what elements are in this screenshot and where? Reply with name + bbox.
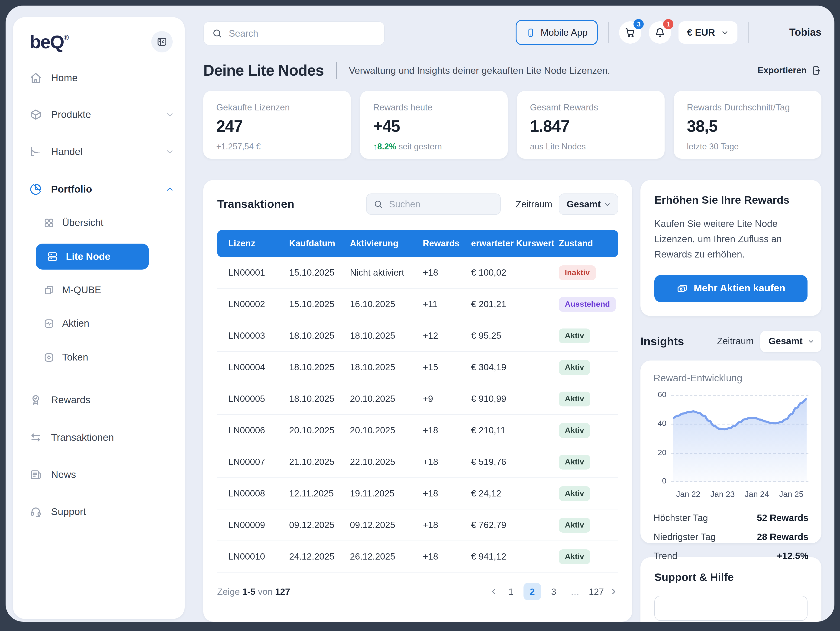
cell-kurswert: € 100,02 xyxy=(471,267,559,278)
currency-select[interactable]: € EUR xyxy=(679,21,737,44)
sidebar-item-label: Home xyxy=(51,72,78,84)
cell-lizenz: LN00004 xyxy=(228,362,289,372)
table-row[interactable]: LN00006 20.10.2025 20.10.2025 +18 € 210,… xyxy=(217,415,618,446)
sidebar-item-home[interactable]: Home xyxy=(27,67,175,89)
cell-kurswert: € 519,76 xyxy=(471,457,559,467)
token-diamond-icon xyxy=(44,352,54,363)
mobile-app-button[interactable]: Mobile App xyxy=(516,20,598,45)
insights-title: Insights xyxy=(640,335,684,348)
sidebar-item-aktien[interactable]: Aktien xyxy=(44,312,175,334)
stat-card-gekaufte-lizenzen: Gekaufte Lizenzen 247 +1.257,54 € xyxy=(203,91,351,159)
stat-value: +45 xyxy=(373,117,495,136)
chevron-down-icon xyxy=(603,200,611,208)
transactions-search-input[interactable] xyxy=(388,198,483,210)
page-button-1[interactable]: 1 xyxy=(502,583,520,600)
sidebar-item-portfolio[interactable]: Portfolio xyxy=(27,178,175,200)
transactions-card: Transaktionen Zeitraum Gesamt Lizenz Kau… xyxy=(203,180,632,622)
stat-sub: +1.257,54 € xyxy=(216,142,338,152)
stat-sub: letzte 30 Tage xyxy=(687,142,808,152)
avatar[interactable] xyxy=(759,21,782,44)
cell-kaufdatum: 18.10.2025 xyxy=(289,362,350,372)
next-page-button[interactable] xyxy=(609,587,618,596)
cell-kaufdatum: 12.11.2025 xyxy=(289,488,350,499)
cell-aktivierung: 22.10.2025 xyxy=(350,457,423,467)
sidebar-item-produkte[interactable]: Produkte xyxy=(27,104,175,126)
table-row[interactable]: LN00003 18.10.2025 18.10.2025 +12 € 95,2… xyxy=(217,320,618,352)
sidebar-item-lite-node-active[interactable]: Lite Node xyxy=(36,244,149,270)
cell-lizenz: LN00003 xyxy=(228,330,289,341)
cell-kurswert: € 210,11 xyxy=(471,425,559,436)
stat-label: Gesamt Rewards xyxy=(530,103,652,113)
search-input[interactable] xyxy=(228,28,369,39)
sidebar-item-support[interactable]: Support xyxy=(27,501,175,523)
notifications-badge: 1 xyxy=(663,19,674,29)
search-icon xyxy=(374,199,383,209)
cell-kaufdatum: 24.12.2025 xyxy=(289,551,350,562)
table-row[interactable]: LN00010 24.12.2025 26.12.2025 +18 € 941,… xyxy=(217,541,618,573)
sidebar-item-handel[interactable]: Handel xyxy=(27,140,175,163)
page-button-3[interactable]: 3 xyxy=(545,583,562,600)
sidebar-collapse-button[interactable] xyxy=(151,31,173,52)
status-badge: Aktiv xyxy=(559,549,590,564)
table-row[interactable]: LN00005 18.10.2025 20.10.2025 +9 € 910,9… xyxy=(217,383,618,415)
buy-more-button[interactable]: Mehr Aktien kaufen xyxy=(654,275,807,302)
brand-logo: beQ® xyxy=(30,33,69,51)
sidebar-item-label: Lite Node xyxy=(66,251,110,262)
stat-value: 247 xyxy=(216,117,338,136)
divider xyxy=(608,22,609,43)
chevron-down-icon xyxy=(720,28,729,37)
table-row[interactable]: LN00008 12.11.2025 19.11.2025 +18 € 24,1… xyxy=(217,478,618,510)
chevron-down-icon xyxy=(165,110,175,119)
table-row[interactable]: LN00001 15.10.2025 Nicht aktiviert +18 €… xyxy=(217,257,618,289)
pagination-summary: Zeige 1-5 von 127 xyxy=(217,586,290,597)
stat-sub: ↑8.2% seit gestern xyxy=(373,142,495,152)
transactions-search[interactable] xyxy=(366,194,501,215)
table-row[interactable]: LN00007 21.10.2025 22.10.2025 +18 € 519,… xyxy=(217,446,618,478)
column-header: Zustand xyxy=(559,238,607,249)
cell-kurswert: € 201,21 xyxy=(471,299,559,309)
trend-up-value: ↑8.2% xyxy=(373,142,396,151)
status-badge: Inaktiv xyxy=(559,265,596,280)
column-header: erwarteter Kurswert xyxy=(471,238,559,249)
buy-more-label: Mehr Aktien kaufen xyxy=(693,282,785,294)
cell-aktivierung: 20.10.2025 xyxy=(350,425,423,436)
prev-page-button[interactable] xyxy=(489,587,499,596)
bell-icon xyxy=(655,27,666,38)
sidebar-item-label: M-QUBE xyxy=(62,284,101,295)
page-button-2-active[interactable]: 2 xyxy=(524,583,541,600)
table-row[interactable]: LN00002 15.10.2025 16.10.2025 +11 € 201,… xyxy=(217,289,618,320)
export-button[interactable]: Exportieren xyxy=(758,65,821,76)
status-badge: Aktiv xyxy=(559,454,590,469)
swap-arrows-icon xyxy=(30,432,42,443)
activity-icon xyxy=(44,318,54,329)
cell-aktivierung: 26.12.2025 xyxy=(350,551,423,562)
zeitraum-select[interactable]: Gesamt xyxy=(559,194,618,215)
sidebar-item-news[interactable]: News xyxy=(27,464,175,486)
cell-aktivierung: 09.12.2025 xyxy=(350,520,423,530)
user-name: Tobias xyxy=(789,27,821,38)
status-badge: Ausstehend xyxy=(559,297,616,312)
table-row[interactable]: LN00004 18.10.2025 18.10.2025 +15 € 304,… xyxy=(217,352,618,383)
sidebar-item-label: Rewards xyxy=(51,394,90,406)
notifications-button[interactable]: 1 xyxy=(649,21,671,44)
cell-lizenz: LN00001 xyxy=(228,267,289,278)
chart-stat-niedrigster-tag: Niedrigster Tag 28 Rewards xyxy=(654,527,808,546)
sidebar-item-uebersicht[interactable]: Übersicht xyxy=(44,211,175,234)
global-search[interactable] xyxy=(203,21,385,46)
stat-card-rewards-heute: Rewards heute +45 ↑8.2% seit gestern xyxy=(360,91,508,159)
cell-kaufdatum: 21.10.2025 xyxy=(289,457,350,467)
table-row[interactable]: LN00009 09.12.2025 09.12.2025 +18 € 762,… xyxy=(217,510,618,541)
sidebar-item-token[interactable]: Token xyxy=(44,346,175,368)
sidebar-item-rewards[interactable]: Rewards xyxy=(27,389,175,411)
insights-zeitraum-select[interactable]: Gesamt xyxy=(760,331,821,352)
page-button-127[interactable]: 127 xyxy=(587,583,605,600)
sidebar-item-m-qube[interactable]: M-QUBE xyxy=(44,279,175,301)
file-export-icon xyxy=(811,65,821,76)
cell-lizenz: LN00006 xyxy=(228,425,289,436)
trade-chart-icon xyxy=(30,146,42,158)
sidebar: beQ® Home Produkte Handel Portfolio Übe xyxy=(13,17,185,619)
support-input[interactable] xyxy=(654,596,807,621)
promo-title: Erhöhen Sie Ihre Rewards xyxy=(654,194,807,207)
cart-button[interactable]: 3 xyxy=(619,21,642,44)
sidebar-item-transaktionen[interactable]: Transaktionen xyxy=(27,426,175,449)
